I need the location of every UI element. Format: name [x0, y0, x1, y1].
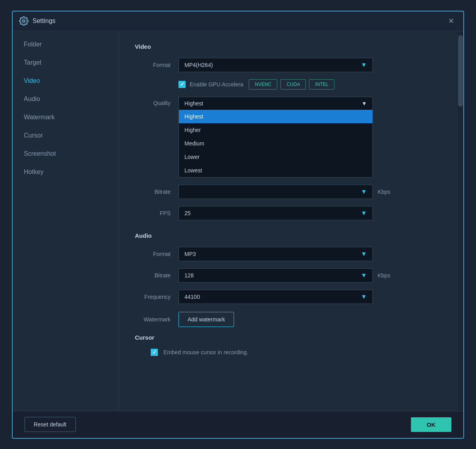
- quality-option-highest[interactable]: Highest: [179, 110, 372, 123]
- video-bitrate-unit: Kbps: [378, 189, 390, 195]
- quality-selected-value: Highest: [184, 100, 203, 107]
- audio-bitrate-value: 128: [184, 272, 194, 279]
- sidebar-item-video[interactable]: Video: [13, 72, 119, 90]
- fps-select[interactable]: 25 ▼: [178, 206, 373, 220]
- checkmark-icon: ✓: [180, 81, 184, 87]
- footer: Reset default OK: [13, 411, 463, 438]
- video-bitrate-row: Bitrate ▼ Kbps: [135, 185, 447, 199]
- quality-option-medium[interactable]: Medium: [179, 137, 372, 150]
- video-format-select[interactable]: MP4(H264) ▼: [178, 58, 373, 72]
- frequency-select[interactable]: 44100 ▼: [178, 290, 373, 304]
- video-format-arrow: ▼: [361, 61, 367, 69]
- sidebar-item-hotkey[interactable]: Hotkey: [13, 163, 119, 181]
- cursor-checkbox-row: ✓ Embed mouse cursor in recording.: [151, 349, 447, 356]
- cursor-checkbox[interactable]: ✓: [151, 349, 158, 356]
- title-bar: Settings ✕: [13, 11, 463, 31]
- quality-label: Quality: [135, 100, 171, 106]
- quality-option-higher[interactable]: Higher: [179, 123, 372, 137]
- intel-button[interactable]: INTEL: [309, 79, 334, 90]
- audio-format-arrow: ▼: [361, 250, 367, 258]
- audio-bitrate-unit: Kbps: [378, 272, 390, 279]
- quality-header[interactable]: Highest ▼: [178, 97, 373, 110]
- watermark-label: Watermark: [135, 316, 171, 323]
- video-bitrate-label: Bitrate: [135, 189, 171, 195]
- sidebar-item-target[interactable]: Target: [13, 53, 119, 72]
- gpu-label: Enable GPU Accelera: [190, 81, 243, 88]
- close-button[interactable]: ✕: [445, 15, 457, 27]
- gpu-checkbox[interactable]: ✓: [178, 81, 186, 88]
- scrollbar-thumb[interactable]: [458, 35, 463, 107]
- cursor-embed-label: Embed mouse cursor in recording.: [163, 349, 248, 355]
- audio-bitrate-label: Bitrate: [135, 272, 171, 279]
- frequency-label: Frequency: [135, 294, 171, 300]
- fps-arrow: ▼: [361, 210, 367, 217]
- frequency-value: 44100: [184, 294, 200, 300]
- gpu-row: ✓ Enable GPU Accelera NVENC CUDA INTEL: [178, 79, 447, 90]
- main-content: Folder Target Video Audio Watermark Curs…: [13, 31, 463, 411]
- sidebar-item-folder[interactable]: Folder: [13, 35, 119, 53]
- fps-label: FPS: [135, 210, 171, 216]
- video-bitrate-select[interactable]: ▼: [178, 185, 373, 199]
- audio-bitrate-arrow: ▼: [361, 272, 367, 279]
- audio-bitrate-row: Bitrate 128 ▼ Kbps: [135, 268, 447, 283]
- watermark-row: Watermark Add watermark: [135, 312, 447, 327]
- quality-option-lowest[interactable]: Lowest: [179, 164, 372, 177]
- video-section-title: Video: [135, 43, 447, 50]
- cursor-section-title: Cursor: [135, 334, 447, 341]
- add-watermark-button[interactable]: Add watermark: [178, 312, 234, 327]
- quality-list: Highest Higher Medium Lower Lowest: [178, 110, 373, 178]
- video-format-row: Format MP4(H264) ▼: [135, 58, 447, 72]
- cuda-button[interactable]: CUDA: [280, 79, 306, 90]
- video-format-label: Format: [135, 62, 171, 68]
- sidebar: Folder Target Video Audio Watermark Curs…: [13, 31, 119, 411]
- content-area: Video Format MP4(H264) ▼ ✓ Enable GPU Ac…: [119, 31, 463, 411]
- ok-button[interactable]: OK: [411, 417, 452, 432]
- audio-bitrate-select[interactable]: 128 ▼: [178, 268, 373, 283]
- quality-dropdown[interactable]: Highest ▼ Highest Higher Medium Lower Lo…: [178, 97, 373, 178]
- cursor-section: Cursor ✓ Embed mouse cursor in recording…: [135, 334, 447, 356]
- audio-format-row: Format MP3 ▼: [135, 247, 447, 261]
- sidebar-item-screenshot[interactable]: Screenshot: [13, 145, 119, 163]
- audio-section: Audio Format MP3 ▼ Bitrate 128 ▼ Kbps: [135, 232, 447, 304]
- fps-value: 25: [184, 210, 191, 216]
- audio-format-label: Format: [135, 251, 171, 257]
- settings-icon: [19, 16, 29, 26]
- sidebar-item-watermark[interactable]: Watermark: [13, 108, 119, 126]
- frequency-row: Frequency 44100 ▼: [135, 290, 447, 304]
- sidebar-item-audio[interactable]: Audio: [13, 90, 119, 108]
- svg-point-0: [23, 20, 25, 22]
- fps-row: FPS 25 ▼: [135, 206, 447, 220]
- sidebar-item-cursor[interactable]: Cursor: [13, 126, 119, 145]
- video-format-value: MP4(H264): [184, 62, 213, 68]
- window-title: Settings: [33, 17, 445, 25]
- audio-format-select[interactable]: MP3 ▼: [178, 247, 373, 261]
- audio-section-title: Audio: [135, 232, 447, 239]
- audio-format-value: MP3: [184, 251, 196, 257]
- quality-row: Quality Highest ▼ Highest Higher Medium …: [135, 97, 447, 178]
- cursor-checkmark-icon: ✓: [152, 349, 157, 355]
- reset-default-button[interactable]: Reset default: [25, 417, 76, 432]
- quality-option-lower[interactable]: Lower: [179, 150, 372, 164]
- frequency-arrow: ▼: [361, 293, 367, 300]
- scrollbar-track[interactable]: [458, 31, 463, 411]
- settings-window: Settings ✕ Folder Target Video Audio Wat…: [12, 11, 464, 439]
- nvenc-button[interactable]: NVENC: [249, 79, 277, 90]
- quality-arrow: ▼: [361, 100, 367, 107]
- video-bitrate-arrow: ▼: [361, 188, 367, 195]
- watermark-section: Watermark Add watermark: [135, 312, 447, 327]
